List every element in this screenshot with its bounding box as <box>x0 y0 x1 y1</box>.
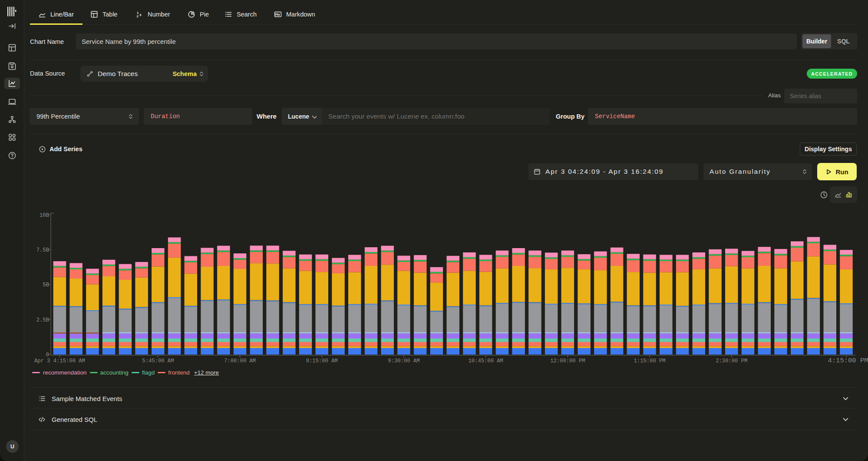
svg-text:0: 0 <box>46 352 49 358</box>
svg-text:4:15:00 PM: 4:15:00 PM <box>828 357 868 365</box>
svg-text:2:30:00 PM: 2:30:00 PM <box>716 358 747 364</box>
svg-text:Apr 3 4:15:00 AM: Apr 3 4:15:00 AM <box>34 358 85 364</box>
svg-text:1:15:00 PM: 1:15:00 PM <box>634 358 666 364</box>
svg-text:8:15:00 AM: 8:15:00 AM <box>306 358 338 364</box>
svg-text:12:00:00 PM: 12:00:00 PM <box>550 358 585 364</box>
svg-text:10:45:00 AM: 10:45:00 AM <box>468 358 503 364</box>
svg-text:7.5B: 7.5B <box>36 247 49 253</box>
svg-text:7:00:00 AM: 7:00:00 AM <box>224 358 256 364</box>
svg-text:2.5B: 2.5B <box>36 317 49 323</box>
svg-text:5B: 5B <box>43 282 49 288</box>
svg-text:10B: 10B <box>40 212 49 219</box>
svg-text:5:45:00 AM: 5:45:00 AM <box>142 358 174 364</box>
svg-text:9:30:00 AM: 9:30:00 AM <box>388 358 419 364</box>
